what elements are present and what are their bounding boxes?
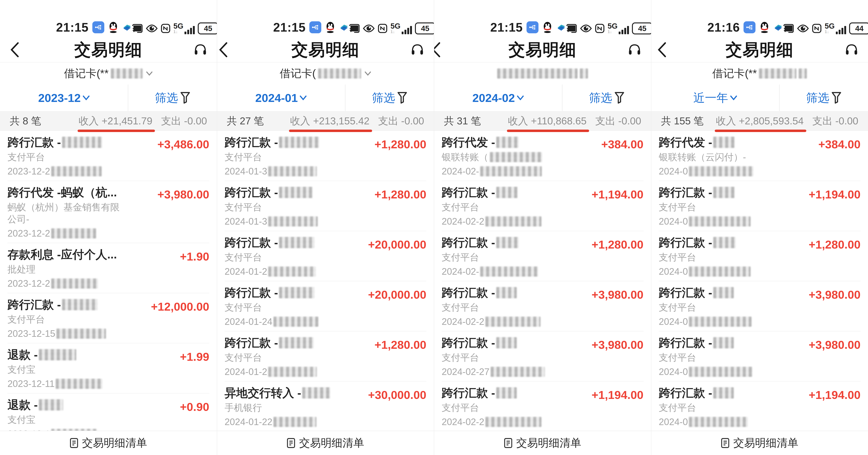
transaction-channel: 支付平台: [659, 201, 803, 213]
statement-link-label: 交易明细清单: [733, 436, 798, 450]
battery-percent: 45: [415, 23, 434, 34]
period-selector[interactable]: 2024-01: [217, 85, 345, 111]
cast-icon: [783, 24, 794, 33]
transaction-channel: 蚂蚁（杭州）基金销售有限公司-: [7, 201, 127, 225]
transaction-row[interactable]: 跨行汇款 - 支付平台 2024-01-2 +1,280.00: [225, 331, 427, 382]
period-label: 近一年: [693, 90, 728, 106]
account-selector[interactable]: [434, 62, 651, 85]
transaction-amount: +1.99: [180, 350, 209, 363]
censored-payer-name: [713, 287, 734, 298]
transaction-amount: +384.00: [818, 138, 861, 151]
transaction-row[interactable]: 异地交行转入 - 手机银行 2024-01-22 +30,000.00: [225, 382, 427, 431]
filter-button[interactable]: 筛选: [128, 85, 217, 111]
transaction-row[interactable]: 跨行汇款 - 支付平台 2024-02-27 +3,980.00: [442, 331, 644, 382]
page-header: 交易明细: [651, 37, 868, 62]
transaction-row[interactable]: 跨行汇款 - 支付平台 2024-01-24 +20,000.00: [225, 281, 427, 331]
account-selector[interactable]: 借记卡(**: [651, 62, 868, 85]
transaction-row[interactable]: 跨行汇款 - 支付平台 2024-02- +1,280.00: [442, 231, 644, 281]
censored-payer-name: [39, 349, 76, 360]
transaction-detail-screen: 21:16: [651, 0, 868, 455]
chevron-down-icon: [365, 71, 371, 76]
filter-button[interactable]: 筛选: [345, 85, 434, 111]
qq-penguin-icon: [542, 22, 553, 33]
censored-timestamp: [689, 316, 751, 327]
censored-card-suffix: [580, 68, 588, 79]
page-title: 交易明细: [74, 39, 143, 61]
transaction-title: 跨行代发 -: [442, 135, 596, 150]
transaction-date: 2023-12-15: [7, 328, 145, 340]
headset-icon[interactable]: [194, 43, 207, 57]
filter-button[interactable]: 筛选: [780, 85, 868, 111]
document-list-icon: [721, 438, 730, 448]
transaction-date: 2024-02-27: [442, 366, 586, 378]
document-list-icon: [287, 438, 295, 448]
account-selector[interactable]: 借记卡(**: [0, 62, 217, 85]
censored-timestamp: [480, 166, 542, 176]
transaction-row[interactable]: 跨行汇款 - 支付平台 2024-0 +1,194.00: [659, 181, 861, 231]
transaction-amount: +1,194.00: [592, 388, 644, 401]
transaction-amount: +0.90: [180, 400, 209, 414]
transaction-row[interactable]: 跨行汇款 - 支付平台 2024-02-2 +1,194.00: [442, 382, 644, 431]
transaction-row[interactable]: 退款 - 支付宝 2023-12-11 +1.99: [7, 343, 209, 393]
back-chevron-icon[interactable]: [657, 42, 668, 57]
transaction-amount: +3,980.00: [809, 338, 861, 352]
headset-icon[interactable]: [845, 43, 858, 57]
censored-timestamp: [51, 429, 97, 431]
back-chevron-icon[interactable]: [10, 42, 21, 57]
status-bar: 21:15: [0, 0, 217, 37]
censored-card-number: [111, 68, 143, 79]
transaction-row[interactable]: 跨行汇款 - 支付平台 2024-0 +1,194.00: [659, 382, 861, 431]
transaction-row[interactable]: 跨行汇款 - 支付平台 2024-02-2 +3,980.00: [442, 281, 644, 331]
transaction-date: 2024-0: [659, 416, 803, 428]
headset-icon[interactable]: [411, 43, 424, 57]
transaction-row[interactable]: 存款利息 -应付个人... 批处理 2023-12-2 +1.90: [7, 243, 209, 293]
transaction-row[interactable]: 跨行代发 - 银联转账（云闪付）- 2024-0 +384.00: [659, 131, 861, 181]
statement-link[interactable]: 交易明细清单: [651, 431, 868, 455]
transaction-row[interactable]: 跨行汇款 - 支付平台 2024-01-3 +1,280.00: [225, 181, 427, 231]
docs-app-icon: [556, 23, 566, 32]
transaction-amount: +1.90: [180, 250, 209, 263]
transaction-row[interactable]: 退款 - 支付宝 2023-12-1 +0.90: [7, 393, 209, 431]
battery-percent: 45: [632, 23, 651, 34]
status-time: 21:16: [708, 20, 740, 34]
back-chevron-icon[interactable]: [434, 42, 442, 57]
transaction-row[interactable]: 跨行汇款 - 支付平台 2024-01-2 +20,000.00: [225, 231, 427, 281]
transaction-title: 跨行代发 -蚂蚁（杭...: [7, 185, 152, 200]
transaction-amount: +3,486.00: [157, 138, 209, 151]
summary-bar: 共 8 笔 收入 +21,451.79 支出 -0.00: [0, 111, 217, 131]
transaction-title: 跨行汇款 -: [442, 385, 586, 401]
transaction-list: 跨行代发 - 银联转账（云闪付）- 2024-0 +384.00 跨行汇款 - …: [651, 131, 868, 431]
transaction-title: 跨行汇款 -: [659, 235, 803, 250]
back-chevron-icon[interactable]: [218, 42, 229, 57]
page-title: 交易明细: [291, 39, 360, 61]
transaction-row[interactable]: 跨行汇款 - 支付平台 2024-0 +3,980.00: [659, 331, 861, 382]
censored-payer-name: [279, 287, 315, 298]
cast-icon: [349, 24, 360, 33]
filter-button[interactable]: 筛选: [562, 85, 651, 111]
censored-payer-name: [713, 137, 735, 148]
censored-payer-name: [496, 287, 517, 298]
censored-timestamp: [486, 417, 541, 427]
statement-link[interactable]: 交易明细清单: [0, 431, 217, 455]
transaction-row[interactable]: 跨行汇款 - 支付平台 2023-12-15 +12,000.00: [7, 293, 209, 343]
statement-link[interactable]: 交易明细清单: [434, 431, 651, 455]
statement-link[interactable]: 交易明细清单: [217, 431, 434, 455]
transaction-channel: 支付平台: [7, 151, 152, 163]
transaction-row[interactable]: 跨行汇款 - 支付平台 2024-01-3 +1,280.00: [225, 131, 427, 181]
censored-timestamp: [491, 367, 545, 377]
account-selector[interactable]: 借记卡(: [217, 62, 434, 85]
censored-card-suffix: [799, 68, 807, 79]
chevron-down-icon: [83, 95, 90, 100]
headset-icon[interactable]: [628, 43, 641, 57]
transaction-row[interactable]: 跨行汇款 - 支付平台 2024-02-2 +1,194.00: [442, 181, 644, 231]
transaction-row[interactable]: 跨行汇款 - 支付平台 2023-12-2 +3,486.00: [7, 131, 209, 181]
period-selector[interactable]: 近一年: [651, 85, 780, 111]
censored-payer-name: [279, 187, 313, 198]
period-selector[interactable]: 2024-02: [434, 85, 562, 111]
transaction-row[interactable]: 跨行代发 - 银联转账（ 2024-02- +384.00: [442, 131, 644, 181]
period-selector[interactable]: 2023-12: [0, 85, 128, 111]
transaction-row[interactable]: 跨行代发 -蚂蚁（杭... 蚂蚁（杭州）基金销售有限公司- 2023-12-2 …: [7, 181, 209, 243]
transaction-row[interactable]: 跨行汇款 - 支付平台 2024-0 +1,280.00: [659, 231, 861, 281]
transaction-row[interactable]: 跨行汇款 - 支付平台 2024-0 +3,980.00: [659, 281, 861, 331]
transaction-date: 2024-01-2: [225, 266, 363, 277]
